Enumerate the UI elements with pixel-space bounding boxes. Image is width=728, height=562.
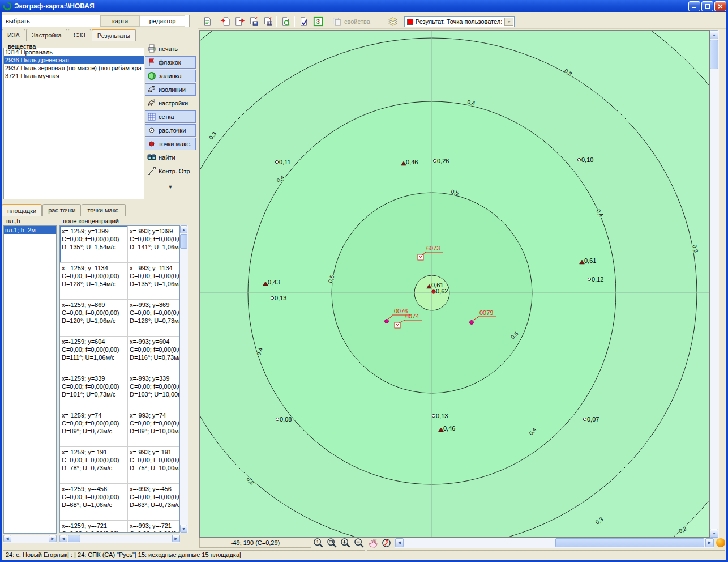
map-hscroll-thumb[interactable] xyxy=(555,538,704,547)
conc-cell[interactable]: x=-993; y=1399C=0,00; f=0,00(0,00)D=141°… xyxy=(128,226,180,263)
fill-button[interactable]: заливка xyxy=(145,70,196,82)
save-map-icon[interactable] xyxy=(247,16,260,28)
close-button[interactable] xyxy=(714,1,726,11)
svg-text:0079: 0079 xyxy=(479,309,493,316)
conc-cell[interactable]: x=-1259; y=1134C=0,00; f=0,00(0,00)D=128… xyxy=(60,263,128,300)
conc-cell[interactable]: x=-993; y=604C=0,00; f=0,00(0,00)D=116°;… xyxy=(128,337,180,373)
legend-dropdown-arrow-icon[interactable]: ▼ xyxy=(504,18,513,26)
cursor-coordinates: -49; 190 (C=0,29) xyxy=(199,538,311,548)
tab-szz[interactable]: СЗЗ xyxy=(68,29,91,41)
tab-results[interactable]: Результаты xyxy=(92,29,136,41)
scroll-up-icon[interactable]: ▲ xyxy=(180,225,187,233)
conc-cell[interactable]: x=-1259; y=-721C=0,00; f=0,00(0,00) xyxy=(60,521,128,533)
main-tabs: ИЗА Застройка СЗЗ Результаты xyxy=(2,29,136,41)
site-item[interactable]: пл.1; h=2м xyxy=(4,226,56,234)
scroll-right-icon[interactable]: ▶ xyxy=(49,535,57,542)
conc-cell[interactable]: x=-993; y=869C=0,00; f=0,00(0,00)D=126°;… xyxy=(128,300,180,337)
svg-text:0,62: 0,62 xyxy=(436,288,448,295)
conc-vscrollbar[interactable]: ▲ ▼ xyxy=(180,225,188,533)
tab-calc-points[interactable]: рас.точки xyxy=(42,204,81,216)
logo-corner xyxy=(714,537,726,548)
toolbar-separator xyxy=(294,16,295,27)
substances-listbox[interactable]: 1314 Пропаналь2936 Пыль древесная2937 Пы… xyxy=(3,48,144,199)
scroll-up-icon[interactable]: ▲ xyxy=(710,30,718,39)
substance-item[interactable]: 2937 Пыль зерновая (по массе) (по грибам… xyxy=(4,64,144,72)
concentration-table[interactable]: x=-1259; y=1399C=0,00; f=0,00(0,00)D=135… xyxy=(59,225,180,533)
map-vscroll-thumb[interactable] xyxy=(710,40,718,69)
zoom-100-icon[interactable]: 1 xyxy=(311,538,325,548)
tab-zastroyka[interactable]: Застройка xyxy=(26,29,67,41)
map-hscrollbar[interactable]: ◀ ▶ xyxy=(395,538,714,548)
grid-button[interactable]: сетка xyxy=(145,110,196,123)
conc-label: поле концентраций xyxy=(63,218,119,224)
export-map-icon[interactable] xyxy=(233,16,246,28)
conc-cell[interactable]: x=-1259; y=869C=0,00; f=0,00(0,00)D=120°… xyxy=(60,300,128,337)
conc-cell[interactable]: x=-1259; y=-456C=0,00; f=0,00(0,00)D=68°… xyxy=(60,484,128,521)
scroll-left-icon[interactable]: ◀ xyxy=(3,535,11,542)
map-canvas[interactable]: 0,50,50,50,40,40,40,40,40,30,30,30,30,30… xyxy=(199,30,710,538)
scroll-right-icon[interactable]: ▶ xyxy=(705,538,714,547)
scroll-right-icon[interactable]: ▶ xyxy=(172,535,180,542)
conc-cell[interactable]: x=-993; y=339C=0,00; f=0,00(0,00)D=103°;… xyxy=(128,373,180,410)
more-tools-button[interactable]: ▼ xyxy=(159,183,182,191)
contour-segment-button[interactable]: Контр. Отр xyxy=(145,165,196,177)
tab-iza[interactable]: ИЗА xyxy=(2,29,25,41)
conc-cell[interactable]: x=-993; y=-191C=0,00; f=0,00(0,00)D=75°;… xyxy=(128,447,180,484)
settings-button[interactable]: 0201настройки xyxy=(145,97,196,109)
properties-button[interactable]: свойства xyxy=(329,16,372,27)
scroll-down-icon[interactable]: ▼ xyxy=(180,525,187,533)
svg-text:02: 02 xyxy=(152,86,155,89)
maximize-button[interactable] xyxy=(701,1,713,11)
conc-hscrollbar[interactable]: ◀ ▶ xyxy=(59,535,180,543)
zoom-in-icon[interactable] xyxy=(339,538,352,548)
menu-editor[interactable]: редактор xyxy=(140,15,185,27)
conc-hscroll-thumb[interactable] xyxy=(68,535,80,542)
layers-icon[interactable] xyxy=(387,16,400,28)
conc-cell[interactable]: x=-993; y=-721C=0,00; f=0,00(0,0 xyxy=(128,521,180,533)
scroll-down-icon[interactable]: ▼ xyxy=(710,529,718,538)
flag-button[interactable]: флажок xyxy=(145,56,196,69)
scroll-left-icon[interactable]: ◀ xyxy=(59,535,67,542)
conc-vscroll-thumb[interactable] xyxy=(180,234,187,249)
tab-max-points[interactable]: точки макс. xyxy=(82,204,126,216)
find-button[interactable]: найти xyxy=(145,151,196,164)
conc-cell[interactable]: x=-993; y=1134C=0,00; f=0,00(0,00)D=135°… xyxy=(128,263,180,300)
substance-item[interactable]: 3721 Пыль мучная xyxy=(4,72,144,80)
check-map-icon[interactable] xyxy=(297,16,310,28)
map-vscrollbar[interactable]: ▲ ▼ xyxy=(710,30,719,538)
scroll-left-icon[interactable]: ◀ xyxy=(395,538,404,547)
conc-cell[interactable]: x=-993; y=74C=0,00; f=0,00(0,00)D=89°; U… xyxy=(128,410,180,447)
sites-listbox[interactable]: пл.1; h=2м xyxy=(3,225,57,534)
toolbar-separator xyxy=(384,16,384,27)
conc-cell[interactable]: x=-993; y=-456C=0,00; f=0,00(0,00)D=63°;… xyxy=(128,484,180,521)
conc-cell[interactable]: x=-1259; y=-191C=0,00; f=0,00(0,00)D=78°… xyxy=(60,447,128,484)
menu-select[interactable]: выбрать xyxy=(2,18,100,24)
preview-map-icon[interactable] xyxy=(279,16,292,28)
zoom-out-icon[interactable] xyxy=(352,538,366,548)
menu-map-view[interactable]: карта xyxy=(100,15,140,27)
contour-segment-label: Контр. Отр xyxy=(159,168,190,174)
zoom-region-icon[interactable] xyxy=(325,538,339,548)
conc-cell[interactable]: x=-1259; y=339C=0,00; f=0,00(0,00)D=101°… xyxy=(60,373,128,410)
sites-hscrollbar[interactable]: ◀ ▶ xyxy=(3,535,57,543)
max-points-button[interactable]: точки макс. xyxy=(145,138,196,150)
conc-cell[interactable]: x=-1259; y=1399C=0,00; f=0,00(0,00)D=135… xyxy=(60,226,128,263)
title-bar[interactable]: Экограф-карта:\\НОВАЯ xyxy=(0,0,728,12)
print-button[interactable]: печать xyxy=(145,42,196,55)
legend-dropdown[interactable]: Результат. Точка пользовател: ▼ xyxy=(404,16,515,27)
import-map-icon[interactable] xyxy=(219,16,232,28)
pan-hand-icon[interactable] xyxy=(366,538,379,548)
calc-points-button[interactable]: рас.точки xyxy=(145,124,196,137)
substance-item[interactable]: 2936 Пыль древесная xyxy=(4,56,144,64)
table-map-icon[interactable] xyxy=(261,16,274,28)
svg-text:01: 01 xyxy=(149,103,153,106)
conc-cell[interactable]: x=-1259; y=74C=0,00; f=0,00(0,00)D=89°; … xyxy=(60,410,128,447)
new-map-icon[interactable] xyxy=(200,16,213,28)
target-icon[interactable] xyxy=(311,16,324,28)
conc-cell[interactable]: x=-1259; y=604C=0,00; f=0,00(0,00)D=111°… xyxy=(60,337,128,373)
minimize-button[interactable] xyxy=(688,1,700,11)
tab-sites[interactable]: площадки xyxy=(2,204,42,216)
rotate-view-icon[interactable] xyxy=(379,538,393,548)
isolines-button[interactable]: 0201изолинии xyxy=(145,83,196,96)
svg-text:1: 1 xyxy=(316,539,318,544)
